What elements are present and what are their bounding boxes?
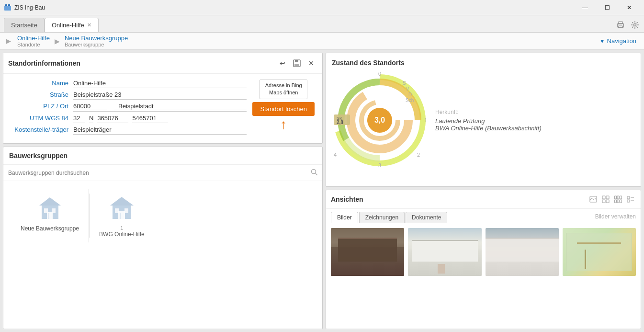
- svg-text:1: 1: [424, 117, 427, 123]
- svg-rect-5: [619, 26, 622, 28]
- svg-text:3: 3: [378, 162, 381, 168]
- svg-text:Sch: Sch: [406, 98, 414, 103]
- kosten-value[interactable]: Beispielträger: [73, 126, 247, 135]
- image-single-icon[interactable]: [588, 194, 599, 205]
- utm-label: UTM WGS 84: [11, 114, 73, 122]
- zustand-title: Zustand des Standorts: [332, 59, 635, 67]
- utm-n: N: [89, 114, 93, 123]
- navigation-button[interactable]: ▼ Navigation: [596, 35, 640, 46]
- tab-bar: Startseite Online-Hilfe ✕: [0, 15, 644, 33]
- ansichten-header: Ansichten: [326, 190, 641, 209]
- tab-startseite[interactable]: Startseite: [4, 18, 45, 32]
- donut-chart: 3,0 SK 2,8 0 1 2 3 4 – S: [332, 72, 428, 168]
- svg-rect-10: [294, 64, 299, 66]
- ansichten-title: Ansichten: [331, 195, 588, 203]
- breadcrumb-item-bauwerksgruppe[interactable]: Neue Bauwerksgruppe Bauwerksgruppe: [61, 34, 132, 47]
- tab-close-icon[interactable]: ✕: [87, 22, 91, 28]
- bauwerksgruppen-header: Bauwerksgruppen: [3, 147, 322, 165]
- svg-rect-1: [5, 4, 7, 6]
- svg-text:D: D: [408, 92, 412, 97]
- image-thumb-4[interactable]: [563, 228, 636, 276]
- tab-zeichnungen[interactable]: Zeichnungen: [359, 212, 405, 223]
- bauwerksgruppen-card: Bauwerksgruppen: [3, 147, 323, 329]
- bing-maps-button[interactable]: Adresse in Bing Maps öffnen: [260, 80, 307, 99]
- svg-text:2: 2: [417, 152, 420, 158]
- svg-rect-56: [627, 200, 630, 202]
- svg-rect-48: [615, 196, 617, 199]
- svg-rect-21: [115, 208, 119, 213]
- close-button[interactable]: ✕: [618, 0, 640, 15]
- image-thumb-3[interactable]: [486, 228, 559, 276]
- image-grid-3-icon[interactable]: [613, 194, 623, 205]
- svg-marker-14: [39, 197, 61, 206]
- svg-point-6: [618, 24, 619, 25]
- herkunft-value-1: Laufende Prüfung: [435, 117, 635, 125]
- breadcrumb-separator: ▶: [55, 37, 60, 45]
- breadcrumb-item-online-hilfe[interactable]: Online-Hilfe Standorte: [13, 34, 54, 47]
- svg-rect-45: [606, 196, 609, 199]
- standort-card: Standortinformationen ↩ ✕ Adresse in Bin…: [3, 53, 323, 144]
- close-standort-button[interactable]: ✕: [305, 57, 317, 69]
- utm-east[interactable]: 365076: [97, 114, 128, 123]
- plz-row: PLZ / Ort 60000 Beispielstadt: [11, 103, 247, 112]
- bauwerk-item-bwg[interactable]: 1 1 BWG Online-Hilfe: [90, 189, 154, 242]
- search-row: [3, 165, 322, 181]
- bauwerksgruppen-title: Bauwerksgruppen: [9, 152, 68, 160]
- utm-north[interactable]: 5465701: [132, 114, 168, 123]
- utm-zone[interactable]: 32: [73, 114, 85, 123]
- svg-rect-2: [8, 4, 10, 6]
- breadcrumb-play-icon[interactable]: ▶: [4, 36, 13, 46]
- image-grid-2-icon[interactable]: [600, 194, 611, 205]
- tab-bilder[interactable]: Bilder: [331, 212, 358, 223]
- bauwerk-bwg-label: 1 BWG Online-Hilfe: [99, 225, 145, 238]
- search-input[interactable]: [8, 170, 311, 176]
- window-title: ZIS Ing-Bau: [14, 4, 574, 11]
- tab-online-hilfe[interactable]: Online-Hilfe ✕: [45, 18, 99, 32]
- svg-rect-47: [606, 200, 609, 203]
- svg-rect-51: [615, 200, 617, 203]
- image-list-icon[interactable]: [625, 194, 636, 205]
- standort-header: Standortinformationen ↩ ✕: [3, 53, 322, 74]
- maximize-button[interactable]: ☐: [596, 0, 618, 15]
- svg-text:–: –: [334, 117, 337, 123]
- bauwerk-item-new[interactable]: Neue Bauwerksgruppe: [11, 189, 89, 242]
- minimize-button[interactable]: —: [574, 0, 596, 15]
- save-button[interactable]: [291, 57, 303, 69]
- ansichten-tabs: Bilder Zeichnungen Dokumente Bilder verw…: [326, 209, 641, 223]
- tab-dokumente[interactable]: Dokumente: [406, 212, 447, 223]
- delete-standort-button[interactable]: Standort löschen: [252, 102, 315, 116]
- window-controls: — ☐ ✕: [574, 0, 640, 15]
- svg-text:4: 4: [334, 152, 337, 158]
- svg-text:1: 1: [120, 200, 123, 205]
- svg-rect-24: [120, 213, 121, 219]
- bilder-verwalten-link[interactable]: Bilder verwalten: [595, 213, 636, 222]
- svg-rect-52: [617, 200, 619, 203]
- svg-rect-18: [48, 213, 49, 219]
- image-thumb-2[interactable]: [408, 228, 481, 276]
- image-thumb-1[interactable]: [331, 228, 404, 276]
- strasse-value[interactable]: Beispielstraße 23: [73, 91, 247, 100]
- svg-line-12: [316, 173, 317, 175]
- zustand-card: Zustand des Standorts: [326, 53, 641, 187]
- undo-button[interactable]: ↩: [276, 57, 289, 69]
- bauwerk-items: Neue Bauwerksgruppe 1: [3, 181, 322, 250]
- plz-ort-value[interactable]: 60000 Beispielstadt: [73, 103, 247, 112]
- title-bar: ZIS Ing-Bau — ☐ ✕: [0, 0, 644, 15]
- ansichten-images: [326, 223, 641, 329]
- chart-area: 3,0 SK 2,8 0 1 2 3 4 – S: [332, 72, 635, 168]
- name-row: Name Online-Hilfe: [11, 80, 247, 88]
- main-content: Standortinformationen ↩ ✕ Adresse in Bin…: [0, 50, 644, 332]
- svg-rect-46: [602, 200, 605, 203]
- plz-label: PLZ / Ort: [11, 103, 73, 110]
- settings-icon[interactable]: [630, 20, 640, 30]
- utm-fields: 32 N 365076 5465701: [73, 114, 168, 123]
- svg-rect-54: [627, 196, 630, 199]
- herkunft-label: Herkunft:: [435, 109, 635, 115]
- herkunft-value-2: BWA Online-Hilfe (Bauwerksabschnitt): [435, 125, 635, 132]
- ansichten-toolbar: [588, 194, 636, 205]
- name-value[interactable]: Online-Hilfe: [73, 80, 247, 88]
- print-icon[interactable]: [615, 20, 626, 30]
- toolbar-icons: [615, 20, 640, 32]
- ansichten-card: Ansichten Bilder: [326, 190, 641, 329]
- svg-rect-50: [620, 196, 622, 199]
